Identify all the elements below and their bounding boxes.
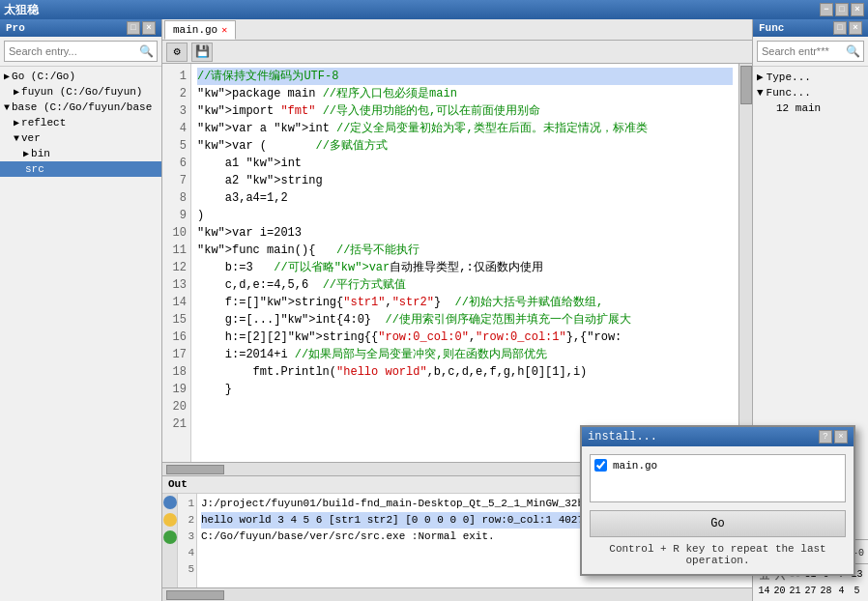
sidebar-item-reflect-label: reflect [21,117,66,129]
settings-button[interactable]: ⚙ [166,43,188,62]
app-title: 太狙稳 [4,2,39,18]
func-arrow: ▼ [757,87,764,99]
output-btn-green[interactable] [163,530,177,544]
title-bar: 太狙稳 − □ × [0,0,868,19]
dialog-title-buttons: ? × [819,430,848,444]
tab-filename: main.go [173,24,217,36]
dialog-title: install... ? × [582,427,854,446]
install-dialog: install... ? × main.go Go Control + R ke… [580,425,855,576]
type-arrow: ▶ [757,71,764,83]
right-tree-type[interactable]: ▶ Type... [753,69,868,85]
sidebar-pin-button[interactable]: □ [127,21,140,35]
right-title-buttons: □ × [833,21,862,35]
code-content[interactable]: //请保持文件编码为UTF-8"kw">package main //程序入口包… [191,64,738,462]
sidebar-item-src-label: src [25,163,44,175]
main-item: 12 main [768,102,821,114]
sidebar-item-base[interactable]: ▼ base (C:/Go/fuyun/base [0,100,161,115]
right-panel-title: Func □ × [753,19,868,37]
sidebar-search-area: 🔍 [0,37,161,67]
output-h-scrollbar[interactable] [162,587,752,601]
sidebar-item-go[interactable]: ▶ Go (C:/Go) [0,69,161,84]
sidebar-item-fuyun-label: fuyun (C:/Go/fuyun) [21,86,142,98]
sidebar-title-label: Pro [6,22,25,34]
save-button[interactable]: 💾 [191,43,213,62]
ver-arrow: ▼ [14,133,19,144]
right-title-label: Func [759,22,784,34]
dialog-file-checkbox[interactable] [594,459,607,472]
sidebar-item-fuyun[interactable]: ▶ fuyun (C:/Go/fuyun) [0,84,161,100]
type-label: Type... [767,72,811,83]
sidebar-item-bin[interactable]: ▶ bin [0,146,161,161]
bin-arrow: ▶ [23,148,29,159]
right-search-icon: 🔍 [846,44,860,59]
dialog-body: main.go Go Control + R key to repeat the… [582,446,854,574]
sidebar-title: Pro □ × [0,19,161,37]
right-pin-button[interactable]: □ [833,21,847,35]
sidebar-search-input[interactable] [4,41,158,62]
sidebar-item-ver[interactable]: ▼ ver [0,130,161,146]
right-tree-func[interactable]: ▼ Func... [753,85,868,100]
line-numbers: 123456789101112131415161718192021 [162,64,191,462]
base-arrow: ▼ [4,102,10,113]
output-h-thumb[interactable] [166,590,224,600]
title-bar-buttons: − □ × [820,3,864,16]
sidebar: Pro □ × 🔍 ▶ Go (C:/Go) ▶ fuyun (C:/Go/fu… [0,19,162,601]
right-close-button[interactable]: × [849,21,862,35]
editor-tabs: main.go ✕ [162,19,752,41]
sidebar-search-icon: 🔍 [139,44,154,59]
output-sidebar [162,494,178,587]
sidebar-item-reflect[interactable]: ▶ reflect [0,115,161,130]
dialog-go-button[interactable]: Go [590,510,846,537]
tab-close-icon[interactable]: ✕ [221,24,227,36]
close-button[interactable]: × [851,3,864,16]
editor-code-area: 123456789101112131415161718192021 //请保持文… [162,64,752,462]
go-arrow: ▶ [4,71,10,82]
sidebar-item-src[interactable]: src [0,161,161,177]
vertical-scrollbar[interactable] [738,64,752,462]
sidebar-close-button[interactable]: × [142,21,156,35]
sidebar-item-go-label: Go (C:/Go) [12,71,75,82]
output-line-numbers: 12345 [178,494,197,587]
dialog-title-label: install... [588,430,657,444]
editor-toolbar: ⚙ 💾 [162,41,752,64]
dialog-help-button[interactable]: ? [819,430,832,444]
h-scroll-thumb[interactable] [166,465,224,474]
sidebar-tree: ▶ Go (C:/Go) ▶ fuyun (C:/Go/fuyun) ▼ bas… [0,67,161,601]
reflect-arrow: ▶ [14,117,19,129]
dialog-hint: Control + R key to repeat the last opera… [590,543,846,566]
scroll-thumb[interactable] [740,66,752,104]
output-btn-yellow[interactable] [163,513,177,527]
right-search-area: 🔍 [753,37,868,67]
dialog-file-label: main.go [613,460,657,472]
output-btn-blue[interactable] [163,496,177,509]
sidebar-item-bin-label: bin [31,148,50,159]
fuyun-arrow: ▶ [14,86,19,98]
dialog-file-item: main.go [594,459,841,472]
editor-tab-main[interactable]: main.go ✕ [164,20,236,40]
minimize-button[interactable]: − [820,3,833,16]
dialog-file-list: main.go [590,454,846,502]
dialog-close-button[interactable]: × [834,430,848,444]
sidebar-item-base-label: base (C:/Go/fuyun/base [12,101,152,113]
func-label: Func... [767,87,811,99]
sidebar-title-buttons: □ × [127,21,156,35]
maximize-button[interactable]: □ [835,3,849,16]
right-tree-main[interactable]: 12 main [753,100,868,116]
sidebar-item-ver-label: ver [21,132,41,144]
